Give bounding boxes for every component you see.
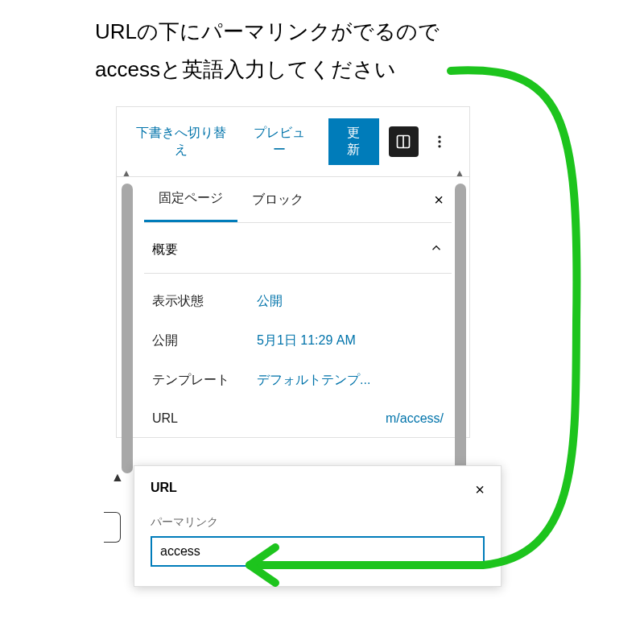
editor-sidebar: 下書きへ切り替え プレビュー 更新 固定ページ ブロック × 概要 表示状態 公… [116,106,470,438]
tab-block[interactable]: ブロック [237,179,318,221]
svg-point-2 [439,136,441,138]
url-row: URL m/access/ [152,400,444,437]
sidebar-tabs: 固定ページ ブロック × [144,177,452,223]
url-popup-title: URL [151,481,177,499]
url-label: URL [152,411,257,426]
close-sidebar-icon[interactable]: × [426,178,452,222]
url-popup-header: URL × [151,481,485,499]
template-value[interactable]: デフォルトテンプ... [257,372,370,389]
switch-to-draft-button[interactable]: 下書きへ切り替え [131,125,231,159]
left-scrollbar[interactable] [122,184,133,473]
svg-point-4 [439,145,441,147]
settings-panel-icon[interactable] [389,126,419,157]
right-scrollbar[interactable] [455,184,466,473]
publish-value[interactable]: 5月1日 11:29 AM [257,332,356,349]
editor-header: 下書きへ切り替え プレビュー 更新 [117,107,469,177]
visibility-value[interactable]: 公開 [257,293,283,310]
tab-page[interactable]: 固定ページ [144,177,237,222]
more-options-icon[interactable] [425,126,455,157]
close-popup-icon[interactable]: × [475,481,485,499]
sidebar-panel: 固定ページ ブロック × 概要 表示状態 公開 公開 5月1日 11:29 AM… [117,177,469,437]
url-value[interactable]: m/access/ [386,411,444,426]
url-popup: URL × パーマリンク [134,465,502,587]
instruction-line2: accessと英語入力してください [95,51,440,89]
update-button[interactable]: 更新 [328,118,379,165]
decorative-triangle-icon: ▲ [111,470,124,485]
overview-rows: 表示状態 公開 公開 5月1日 11:29 AM テンプレート デフォルトテンプ… [144,274,452,437]
chevron-up-icon [429,241,444,258]
visibility-label: 表示状態 [152,293,257,310]
decorative-bracket [104,512,121,543]
overview-section-header[interactable]: 概要 [144,223,452,274]
permalink-label: パーマリンク [151,515,485,530]
instruction-line1: URLの下にパーマリンクがでるので [95,13,440,51]
overview-title: 概要 [152,242,178,258]
visibility-row: 表示状態 公開 [152,282,444,321]
preview-button[interactable]: プレビュー [249,125,311,159]
permalink-input[interactable] [151,536,485,567]
template-row: テンプレート デフォルトテンプ... [152,361,444,400]
instruction-text: URLの下にパーマリンクがでるので accessと英語入力してください [95,13,440,89]
publish-row: 公開 5月1日 11:29 AM [152,321,444,361]
publish-label: 公開 [152,332,257,349]
template-label: テンプレート [152,372,257,389]
svg-point-3 [439,140,441,142]
